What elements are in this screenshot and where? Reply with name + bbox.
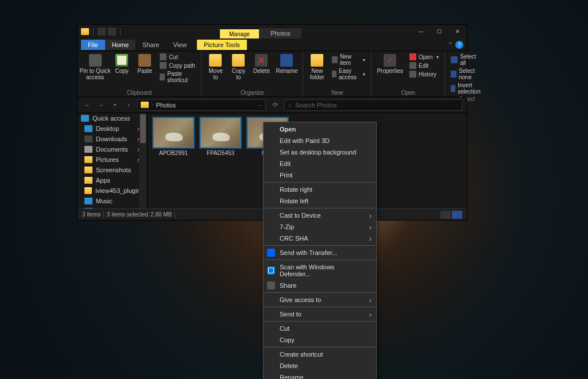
properties-icon <box>384 54 396 67</box>
breadcrumb[interactable]: Photos <box>156 102 176 109</box>
pin-quick-access-button[interactable]: Pin to Quick access <box>81 53 109 82</box>
cut-button[interactable]: Cut <box>157 53 198 61</box>
pasteshortcut-icon <box>160 74 165 80</box>
copy-button[interactable]: Copy <box>111 53 132 75</box>
up-button[interactable]: ↑ <box>123 100 134 110</box>
sidebar-item-quick-access[interactable]: Quick access <box>78 113 147 123</box>
status-item-count: 3 items <box>82 211 100 218</box>
sidebar-item-videos[interactable]: Videos <box>78 206 147 208</box>
scrollbar[interactable] <box>139 113 147 208</box>
collapse-ribbon-button[interactable]: ^ <box>449 41 452 48</box>
context-menu-item[interactable]: Rotate right <box>264 184 376 195</box>
context-menu-item[interactable]: Print <box>264 169 376 181</box>
context-menu-item[interactable]: Delete <box>264 360 376 372</box>
context-menu-item[interactable]: Cast to Device <box>264 210 376 221</box>
copy-to-button[interactable]: Copy to <box>228 53 249 82</box>
app-icon <box>81 28 89 35</box>
qat-button[interactable] <box>108 28 116 36</box>
paste-button[interactable]: Paste <box>134 53 155 75</box>
ribbon-group-organize: Move to Copy to Delete Rename Organize <box>202 51 303 96</box>
rename-button[interactable]: Rename <box>274 53 299 75</box>
new-folder-button[interactable]: New folder <box>307 53 327 82</box>
file-item[interactable]: APOB2991 <box>152 118 195 156</box>
selectall-icon <box>451 56 458 63</box>
sidebar-item-music[interactable]: Music <box>78 196 147 206</box>
context-menu-item[interactable]: Rename <box>264 372 376 379</box>
minimize-button[interactable]: — <box>412 25 430 38</box>
paste-shortcut-button[interactable]: Paste shortcut <box>157 70 198 84</box>
ribbon-group-new: New folder New item▾ Easy access▾ New <box>303 51 372 96</box>
sidebar-item-downloads[interactable]: Downloads📌 <box>78 134 147 144</box>
move-to-button[interactable]: Move to <box>205 53 226 82</box>
context-menu-item[interactable]: Send to <box>264 308 376 320</box>
contextual-tab-manage[interactable]: Manage <box>220 29 259 38</box>
chevron-right-icon: › <box>152 102 153 107</box>
select-all-button[interactable]: Select all <box>448 53 485 67</box>
db-icon <box>267 249 275 257</box>
forward-button[interactable]: → <box>96 100 106 110</box>
context-menu-item[interactable]: Edit with Paint 3D <box>264 135 376 146</box>
edit-button[interactable]: Edit <box>407 61 441 69</box>
context-menu-item[interactable]: Cut <box>264 323 376 334</box>
menu-picture-tools[interactable]: Picture Tools <box>197 40 247 50</box>
sidebar-item-desktop[interactable]: Desktop📌 <box>78 123 147 134</box>
properties-button[interactable]: Properties <box>375 53 405 75</box>
delete-button[interactable]: Delete <box>251 53 272 75</box>
chevron-down-icon[interactable]: ⌄ <box>258 102 262 107</box>
address-field[interactable]: › Photos ⌄ <box>137 99 266 111</box>
menu-home[interactable]: Home <box>105 40 136 50</box>
menu-separator <box>265 307 375 307</box>
context-menu-item[interactable]: Scan with Windows Defender... <box>264 261 376 280</box>
refresh-button[interactable]: ⟳ <box>269 101 281 109</box>
copy-path-button[interactable]: Copy path <box>157 61 198 69</box>
context-menu-item[interactable]: Give access to <box>264 294 376 305</box>
sidebar-item-screenshots[interactable]: Screenshots <box>78 165 147 175</box>
sidebar-item-apps[interactable]: Apps <box>78 175 147 185</box>
ribbon-group-label: Clipboard <box>81 89 198 96</box>
thumbnail <box>153 118 194 148</box>
easyaccess-icon <box>332 71 336 78</box>
ribbon-group-open: Properties Open▾ Edit History Open <box>372 51 445 96</box>
file-item[interactable]: FPAD5453 <box>199 118 242 156</box>
context-menu-item[interactable]: 7-Zip <box>264 221 376 233</box>
context-menu-item[interactable]: Open <box>264 123 376 135</box>
context-menu-item[interactable]: Set as desktop background <box>264 146 376 158</box>
new-item-button[interactable]: New item▾ <box>330 53 368 67</box>
open-button[interactable]: Open▾ <box>407 53 441 61</box>
titlebar[interactable]: Manage Photos — ☐ ✕ <box>78 25 467 38</box>
context-menu-item[interactable]: CRC SHA <box>264 233 376 244</box>
menu-separator <box>265 347 375 347</box>
search-icon: ⌕ <box>288 102 292 108</box>
sidebar-item-documents[interactable]: Documents📌 <box>78 144 147 154</box>
details-view-button[interactable] <box>440 211 451 219</box>
context-menu-item[interactable]: Send with Transfer... <box>264 247 376 258</box>
ribbon-group-clipboard: Pin to Quick access Copy Paste Cut Copy … <box>78 51 202 96</box>
context-menu-item[interactable]: Copy <box>264 334 376 346</box>
navigation-pane[interactable]: Quick access Desktop📌 Downloads📌 Documen… <box>78 113 148 208</box>
invert-selection-button[interactable]: Invert selection <box>448 82 485 95</box>
menu-view[interactable]: View <box>166 40 194 50</box>
context-menu[interactable]: OpenEdit with Paint 3DSet as desktop bac… <box>263 122 377 379</box>
back-button[interactable]: ← <box>82 100 92 110</box>
context-menu-item[interactable]: Create shortcut <box>264 349 376 360</box>
search-input[interactable]: ⌕ Search Photos <box>284 99 462 111</box>
select-none-button[interactable]: Select none <box>448 67 485 81</box>
sidebar-item-iview[interactable]: iview453_plugins <box>78 185 147 196</box>
thumbnails-view-button[interactable] <box>452 211 462 219</box>
recent-button[interactable]: ▾ <box>110 100 120 110</box>
paste-icon <box>138 54 151 67</box>
maximize-button[interactable]: ☐ <box>430 25 448 38</box>
help-icon[interactable]: ? <box>455 41 463 49</box>
context-menu-item[interactable]: Share <box>264 280 376 291</box>
context-menu-item[interactable]: Rotate left <box>264 195 376 207</box>
close-button[interactable]: ✕ <box>448 25 467 38</box>
menu-file[interactable]: File <box>81 40 105 50</box>
qat-button[interactable] <box>98 28 106 36</box>
easy-access-button[interactable]: Easy access▾ <box>330 67 368 81</box>
menu-separator <box>265 208 375 208</box>
menu-share[interactable]: Share <box>136 40 166 50</box>
history-button[interactable]: History <box>407 70 441 78</box>
context-menu-item[interactable]: Edit <box>264 158 376 169</box>
sidebar-item-pictures[interactable]: Pictures📌 <box>78 154 147 165</box>
scrollbar-thumb[interactable] <box>140 114 146 143</box>
